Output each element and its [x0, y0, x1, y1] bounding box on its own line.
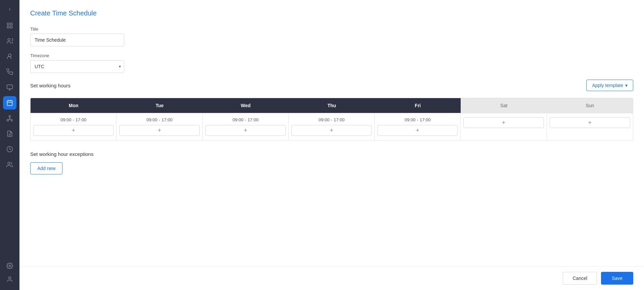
- title-label: Title: [30, 27, 633, 32]
- apply-template-button[interactable]: Apply template ▾: [586, 80, 633, 91]
- timezone-label: Timezone: [30, 53, 633, 58]
- day-cell-tue: 09:00 - 17:00 +: [117, 113, 202, 140]
- day-cell-sun: +: [547, 113, 633, 140]
- day-header-sun: Sun: [547, 98, 633, 113]
- svg-rect-6: [7, 85, 13, 89]
- sidebar-item-team[interactable]: [3, 158, 16, 171]
- time-slot-wed: 09:00 - 17:00: [205, 117, 286, 122]
- add-slot-sun[interactable]: +: [550, 117, 630, 128]
- timezone-select[interactable]: UTC America/New_York America/Los_Angeles…: [30, 60, 124, 73]
- svg-rect-3: [10, 26, 12, 28]
- schedule-body: 09:00 - 17:00 + 09:00 - 17:00 +: [31, 113, 633, 140]
- svg-point-13: [11, 119, 12, 121]
- svg-rect-2: [7, 26, 9, 28]
- svg-rect-7: [7, 100, 12, 106]
- cancel-button[interactable]: Cancel: [563, 272, 597, 285]
- add-slot-fri[interactable]: +: [377, 125, 458, 136]
- add-slot-wed[interactable]: +: [205, 125, 286, 136]
- sidebar-item-voicemail[interactable]: [3, 81, 16, 94]
- sidebar-item-reports[interactable]: [3, 127, 16, 140]
- save-button[interactable]: Save: [601, 272, 633, 285]
- day-header-tue: Tue: [117, 98, 202, 113]
- day-cell-fri: 09:00 - 17:00 +: [375, 113, 461, 140]
- day-header-fri: Fri: [375, 98, 461, 113]
- page-title: Create Time Schedule: [30, 9, 633, 17]
- day-header-wed: Wed: [203, 98, 289, 113]
- schedule-header-row: Mon Tue Wed Thu Fri Sat Sun: [31, 98, 633, 113]
- sidebar-item-settings[interactable]: [3, 259, 16, 273]
- chevron-down-icon: ▾: [625, 83, 628, 88]
- main-content: Create Time Schedule Title Timezone UTC …: [19, 0, 644, 290]
- svg-point-18: [9, 265, 11, 267]
- schedule-grid: Mon Tue Wed Thu Fri Sat Sun 09:00 - 17:0…: [30, 98, 633, 140]
- svg-rect-1: [10, 23, 12, 25]
- working-hours-section-header: Set working hours Apply template ▾: [30, 80, 633, 91]
- svg-point-12: [7, 119, 9, 121]
- sidebar-item-routing[interactable]: [3, 112, 16, 125]
- exceptions-title: Set working hour exceptions: [30, 151, 633, 157]
- svg-point-11: [9, 116, 11, 117]
- footer-actions: Cancel Save: [19, 266, 644, 290]
- sidebar-item-dashboard[interactable]: [3, 19, 16, 32]
- sidebar-item-contacts[interactable]: [3, 50, 16, 63]
- sidebar-item-calls[interactable]: [3, 65, 16, 79]
- day-cell-mon: 09:00 - 17:00 +: [31, 113, 117, 140]
- add-slot-thu[interactable]: +: [291, 125, 372, 136]
- timezone-select-wrapper: UTC America/New_York America/Los_Angeles…: [30, 60, 124, 73]
- time-slot-fri: 09:00 - 17:00: [377, 117, 458, 122]
- time-slot-tue: 09:00 - 17:00: [119, 117, 199, 122]
- add-new-exception-button[interactable]: Add new: [30, 162, 62, 174]
- day-cell-thu: 09:00 - 17:00 +: [289, 113, 375, 140]
- add-slot-mon[interactable]: +: [33, 125, 113, 136]
- exceptions-section: Set working hour exceptions Add new: [30, 151, 633, 174]
- time-slot-mon: 09:00 - 17:00: [33, 117, 113, 122]
- sidebar-item-users[interactable]: [3, 34, 16, 48]
- time-slot-thu: 09:00 - 17:00: [291, 117, 372, 122]
- sidebar: ›: [0, 0, 19, 290]
- day-header-thu: Thu: [289, 98, 375, 113]
- day-cell-sat: +: [461, 113, 547, 140]
- title-field-group: Title: [30, 27, 633, 46]
- svg-point-19: [9, 277, 11, 279]
- svg-rect-0: [7, 23, 9, 25]
- working-hours-title: Set working hours: [30, 83, 71, 88]
- day-cell-wed: 09:00 - 17:00 +: [203, 113, 289, 140]
- svg-point-4: [8, 39, 10, 41]
- sidebar-item-history[interactable]: [3, 142, 16, 156]
- day-header-mon: Mon: [31, 98, 117, 113]
- timezone-field-group: Timezone UTC America/New_York America/Lo…: [30, 53, 633, 73]
- sidebar-item-user-management[interactable]: [3, 273, 16, 286]
- add-slot-tue[interactable]: +: [119, 125, 199, 136]
- svg-point-17: [8, 162, 10, 165]
- sidebar-item-calendar[interactable]: [3, 96, 16, 110]
- sidebar-expand-button[interactable]: ›: [5, 4, 15, 14]
- day-header-sat: Sat: [461, 98, 547, 113]
- title-input[interactable]: [30, 34, 124, 46]
- add-slot-sat[interactable]: +: [463, 117, 544, 128]
